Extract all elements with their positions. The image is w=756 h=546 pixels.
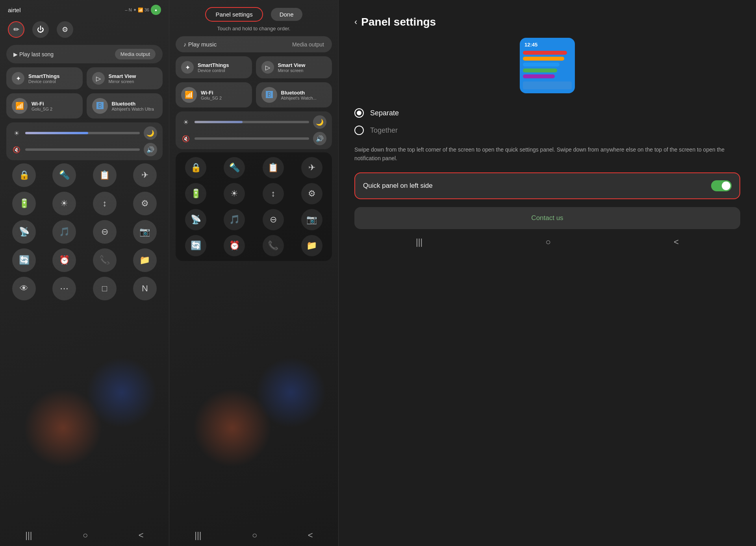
lock-tile[interactable]: 🔒 <box>12 163 36 187</box>
battery-indicator: ● <box>151 5 161 15</box>
back-icon[interactable]: ‹ <box>354 17 357 27</box>
dark-mode-icon-mid[interactable]: 🌙 <box>313 115 326 129</box>
more-tile[interactable]: ⋯ <box>52 277 76 300</box>
scan-tile[interactable]: ⚙ <box>133 192 157 215</box>
nav-bar-left: ||| ○ < <box>0 524 169 546</box>
power-icon: ⏻ <box>37 26 44 34</box>
lock-tile-mid[interactable]: 🔒 <box>185 157 206 178</box>
minus-tile[interactable]: ⊖ <box>93 220 117 244</box>
eye-tile[interactable]: 👁 <box>12 277 36 300</box>
contact-us-button[interactable]: Contact us <box>354 207 740 229</box>
bt-sub-mid: Abhijeet's Watch... <box>281 96 317 100</box>
qp-toggle-switch[interactable] <box>711 180 732 191</box>
brightness-tile[interactable]: ☀ <box>52 192 76 215</box>
panel-right: ‹ Panel settings 12:45 Separate Together… <box>339 0 756 546</box>
nfc-tile[interactable]: N <box>133 277 157 300</box>
rotate-tile-mid[interactable]: 🔄 <box>185 235 206 256</box>
volume-track[interactable] <box>25 148 140 151</box>
screenshot-tile-mid[interactable]: 📷 <box>301 209 322 230</box>
wifi-card-left[interactable]: 📶 Wi-Fi Golu_5G 2 <box>6 93 83 118</box>
scan-tile-mid[interactable]: ⚙ <box>301 183 322 204</box>
done-button[interactable]: Done <box>271 8 302 21</box>
brightness-track-mid[interactable] <box>195 121 309 123</box>
clock-tile[interactable]: ⏰ <box>52 248 76 272</box>
mid-media-row[interactable]: ♪ Play music Media output <box>176 36 332 52</box>
phone-preview: 12:45 <box>354 38 740 93</box>
clock-tile-mid[interactable]: ⏰ <box>224 235 245 256</box>
volume-track-mid[interactable] <box>195 137 309 140</box>
airplane-tile[interactable]: ✈ <box>133 163 157 187</box>
smart-things-icon: ✦ <box>12 72 24 85</box>
rss-tile-mid[interactable]: 📡 <box>185 209 206 230</box>
brightness-row: ☀ 🌙 <box>12 126 157 140</box>
nav-back-left[interactable]: < <box>139 530 144 540</box>
smart-view-sub: Mirror screen <box>109 79 136 84</box>
smart-things-card-mid[interactable]: ✦ SmartThings Device control <box>176 56 252 78</box>
right-back-row: ‹ Panel settings <box>354 16 740 28</box>
media-row-left[interactable]: ▶ Play last song Media output <box>6 45 163 63</box>
bt-card-left[interactable]: 🅱 Bluetooth Abhijeet's Watch Ultra <box>87 93 163 118</box>
radio-separate-circle[interactable] <box>354 108 364 118</box>
music-tile[interactable]: 🎵 <box>52 220 76 244</box>
folder-tile[interactable]: 📁 <box>133 248 157 272</box>
radio-together[interactable]: Together <box>354 122 740 139</box>
nav-recent-left[interactable]: ||| <box>25 530 32 540</box>
smart-view-card[interactable]: ▷ Smart View Mirror screen <box>87 67 163 89</box>
brightness-icon: ☀ <box>12 130 21 137</box>
nav-home-left[interactable]: ○ <box>83 530 88 540</box>
bt-card-mid[interactable]: 🅱 Bluetooth Abhijeet's Watch... <box>256 82 332 107</box>
nav-back-mid[interactable]: < <box>308 530 313 540</box>
wifi-card-mid[interactable]: 📶 Wi-Fi Golu_5G 2 <box>176 82 252 107</box>
nav-bar-mid: ||| ○ < <box>169 524 338 546</box>
airplane-tile-mid[interactable]: ✈ <box>301 157 322 178</box>
clipboard-tile-mid[interactable]: 📋 <box>263 157 284 178</box>
mid-header: Panel settings Done <box>169 0 338 26</box>
volume-icon-mid[interactable]: 🔊 <box>313 132 326 145</box>
music-tile-mid[interactable]: 🎵 <box>224 209 245 230</box>
nav-recent-right[interactable]: ||| <box>416 237 422 247</box>
rotate-tile[interactable]: 🔄 <box>12 248 36 272</box>
folder-tile-mid[interactable]: 📁 <box>301 235 322 256</box>
nav-recent-mid[interactable]: ||| <box>195 530 201 540</box>
flashlight-tile[interactable]: 🔦 <box>52 163 76 187</box>
brightness-track[interactable] <box>25 132 140 134</box>
minus-tile-mid[interactable]: ⊖ <box>263 209 284 230</box>
volume-icon[interactable]: 🔊 <box>144 143 157 156</box>
edit-button[interactable]: ✏ <box>8 21 24 38</box>
edit-icon: ✏ <box>13 25 19 34</box>
battery-tile[interactable]: 🔋 <box>12 192 36 215</box>
flashlight-tile-mid[interactable]: 🔦 <box>224 157 245 178</box>
smart-view-icon: ▷ <box>92 72 105 85</box>
sync-tile[interactable]: ↕ <box>93 192 117 215</box>
play-last-song: ▶ Play last song <box>13 51 111 57</box>
power-button[interactable]: ⏻ <box>32 21 49 38</box>
brightness-tile-mid[interactable]: ☀ <box>224 183 245 204</box>
battery-tile-mid[interactable]: 🔋 <box>185 183 206 204</box>
radio-separate[interactable]: Separate <box>354 104 740 122</box>
sync-tile-mid[interactable]: ↕ <box>263 183 284 204</box>
status-icons-left: – N ✦ 📶 36 ● <box>125 5 161 15</box>
nav-home-mid[interactable]: ○ <box>252 530 257 540</box>
rss-tile[interactable]: 📡 <box>12 220 36 244</box>
dark-mode-icon[interactable]: 🌙 <box>144 126 157 140</box>
clipboard-tile[interactable]: 📋 <box>93 163 117 187</box>
bluetooth-icon-mid: 🅱 <box>261 87 277 103</box>
nav-back-right[interactable]: < <box>674 237 679 247</box>
screenshot-tile[interactable]: 📷 <box>133 220 157 244</box>
smart-things-label-mid: SmartThings <box>198 62 229 68</box>
square-tile[interactable]: □ <box>93 277 117 300</box>
smart-row-left: ✦ SmartThings Device control ▷ Smart Vie… <box>6 67 163 89</box>
nav-home-right[interactable]: ○ <box>545 237 550 247</box>
settings-button[interactable]: ⚙ <box>57 21 73 38</box>
toggle-knob <box>722 181 730 190</box>
phone-tile-mid[interactable]: 📞 <box>263 235 284 256</box>
radio-together-circle[interactable] <box>354 126 364 135</box>
smart-view-card-mid[interactable]: ▷ Smart View Mirror screen <box>256 56 332 78</box>
smart-things-card[interactable]: ✦ SmartThings Device control <box>6 67 83 89</box>
bt-label: Bluetooth <box>112 101 154 107</box>
panel-settings-button[interactable]: Panel settings <box>205 7 263 22</box>
media-output-button[interactable]: Media output <box>115 49 156 59</box>
wifi-icon-left: 📶 <box>12 98 28 114</box>
icon-grid-mid: 🔒 🔦 📋 ✈ 🔋 ☀ ↕ ⚙ 📡 🎵 ⊖ 📷 🔄 ⏰ 📞 📁 <box>179 157 329 256</box>
phone-tile[interactable]: 📞 <box>93 248 117 272</box>
